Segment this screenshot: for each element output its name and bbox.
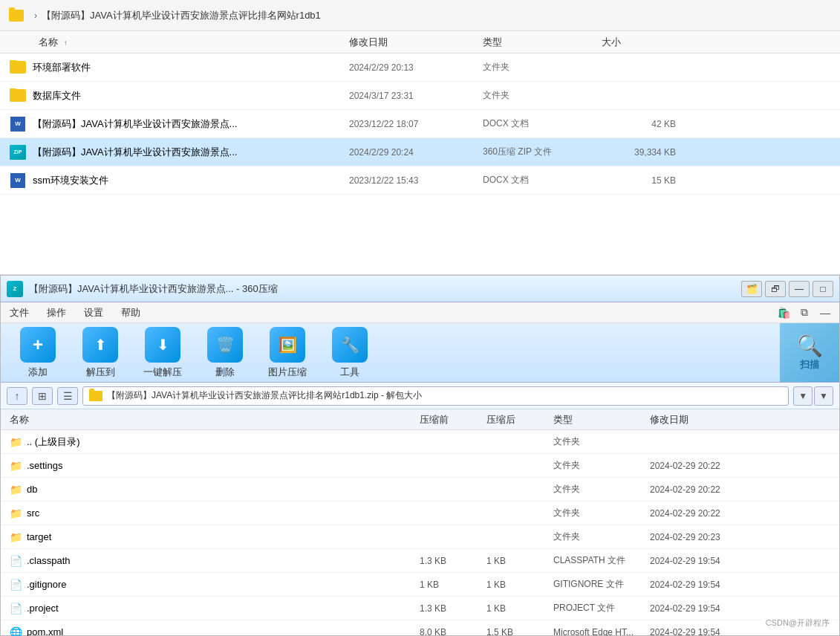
zip-file-type: GITIGNORE 文件 (553, 578, 650, 591)
col-header-name[interactable]: 名称 ↑ (0, 36, 349, 49)
zcol-header-uncompressed[interactable]: 压缩后 (486, 413, 553, 426)
list-item[interactable]: 📁 db 文件夹 2024-02-29 20:22 (1, 478, 839, 502)
menu-help[interactable]: 帮助 (118, 306, 143, 319)
table-row[interactable]: 环境部署软件 2024/2/29 20:13 文件夹 (0, 53, 840, 82)
delete-label: 删除 (215, 366, 235, 379)
window-icon-btn[interactable]: 🗂️ (741, 281, 762, 297)
docx-icon: W (10, 173, 25, 188)
zip-window-title: 【附源码】JAVA计算机毕业设计西安旅游景点... - 360压缩 (29, 282, 735, 296)
table-row[interactable]: W ssm环境安装文件 2023/12/22 15:43 DOCX 文档 15 … (0, 166, 840, 195)
zip-file-date: 2024-02-29 19:54 (650, 556, 784, 566)
col-header-size[interactable]: 大小 (602, 36, 691, 49)
file-date: 2023/12/22 15:43 (349, 175, 483, 186)
menu-icon-group: 🛍️ ⧉ — (775, 305, 833, 321)
zip-app-icon: Z (7, 281, 23, 297)
imgcompress-icon: 🖼️ (270, 327, 305, 363)
toolbar-scan-btn[interactable]: 🔍 扫描 (780, 323, 839, 382)
toolbar-oneclick-btn[interactable]: ⬇ 一键解压 (140, 327, 185, 379)
file-type: DOCX 文档 (483, 117, 602, 130)
file-list: 环境部署软件 2024/2/29 20:13 文件夹 数据库文件 2024/3/… (0, 53, 840, 195)
zip-file-date: 2024-02-29 19:54 (650, 580, 784, 590)
add-label: 添加 (28, 366, 48, 379)
window-close-btn[interactable]: □ (813, 281, 833, 297)
file-icon: 📄 (10, 603, 22, 614)
zip-file-type: 文件夹 (553, 459, 650, 472)
zip-file-name: db (27, 484, 37, 495)
menu-operation[interactable]: 操作 (44, 306, 69, 319)
folder-icon (10, 89, 26, 102)
file-icon: 📄 (10, 555, 22, 567)
toolbar-extract-btn[interactable]: ⬆ 解压到 (78, 327, 123, 379)
file-size: 42 KB (602, 119, 691, 129)
zip-file-type: Microsoft Edge HT... (553, 627, 650, 637)
file-name: 环境部署软件 (33, 61, 91, 74)
zip-titlebar: Z 【附源码】JAVA计算机毕业设计西安旅游景点... - 360压缩 🗂️ 🗗… (1, 276, 839, 302)
path-expand-btn[interactable]: ▼ (814, 386, 833, 406)
zcol-header-date[interactable]: 修改日期 (650, 413, 784, 426)
breadcrumb-bar[interactable]: › 【附源码】JAVA计算机毕业设计西安旅游景点评比排名网站r1db1 (0, 0, 840, 31)
file-type: 360压缩 ZIP 文件 (483, 146, 602, 158)
list-item[interactable]: 🌐 pom.xml 8.0 KB 1.5 KB Microsoft Edge H… (1, 620, 839, 636)
zip-file-name: src (27, 507, 39, 519)
list-item[interactable]: 📁 src 文件夹 2024-02-29 20:22 (1, 502, 839, 525)
list-item[interactable]: 📄 .project 1.3 KB 1 KB PROJECT 文件 2024-0… (1, 597, 839, 620)
list-item[interactable]: 📄 .classpath 1.3 KB 1 KB CLASSPATH 文件 20… (1, 549, 839, 573)
window-dash-btn[interactable]: — (789, 281, 810, 297)
path-grid-btn[interactable]: ⊞ (32, 387, 53, 405)
zip-window: Z 【附源码】JAVA计算机毕业设计西安旅游景点... - 360压缩 🗂️ 🗗… (0, 275, 840, 636)
window-restore-btn[interactable]: 🗗 (765, 281, 786, 297)
file-date: 2023/12/22 18:07 (349, 119, 483, 129)
file-name: ssm环境安装文件 (33, 174, 108, 187)
list-item[interactable]: 📁 .settings 文件夹 2024-02-29 20:22 (1, 454, 839, 478)
zip-file-type: 文件夹 (553, 435, 650, 448)
file-size: 15 KB (602, 175, 691, 186)
list-item[interactable]: 📄 .gitignore 1 KB 1 KB GITIGNORE 文件 2024… (1, 573, 839, 597)
oneclick-icon: ⬇ (145, 327, 180, 363)
path-input[interactable]: 【附源码】JAVA计算机毕业设计西安旅游景点评比排名网站r1db1.zip - … (82, 386, 789, 406)
table-row[interactable]: W 【附源码】JAVA计算机毕业设计西安旅游景点... 2023/12/22 1… (0, 110, 840, 138)
file-name: 【附源码】JAVA计算机毕业设计西安旅游景点... (33, 146, 237, 159)
toolbar-add-btn[interactable]: + 添加 (16, 327, 60, 379)
zcol-header-type[interactable]: 类型 (553, 413, 650, 426)
breadcrumb-folder-icon (9, 10, 24, 22)
table-row[interactable]: ZIP 【附源码】JAVA计算机毕业设计西安旅游景点... 2024/2/29 … (0, 138, 840, 166)
col-header-type[interactable]: 类型 (483, 36, 602, 49)
file-date: 2024/2/29 20:24 (349, 147, 483, 158)
zip-file-name: .classpath (27, 555, 71, 566)
folder-icon: 📁 (10, 436, 22, 448)
toolbar-tools-btn[interactable]: 🔧 工具 (328, 327, 372, 379)
menu-file[interactable]: 文件 (7, 306, 32, 319)
menu-settings[interactable]: 设置 (81, 306, 106, 319)
file-size: 39,334 KB (602, 147, 691, 158)
zip-file-name: .. (上级目录) (27, 435, 80, 449)
zip-file-list: 📁 .. (上级目录) 文件夹 📁 .settings 文件夹 2024-02-… (1, 430, 839, 636)
toolbar-imgcompress-btn[interactable]: 🖼️ 图片压缩 (265, 327, 310, 379)
col-header-date[interactable]: 修改日期 (349, 36, 483, 49)
menu-icon-copy[interactable]: ⧉ (796, 305, 813, 321)
imgcompress-label: 图片压缩 (268, 366, 307, 379)
path-up-btn[interactable]: ↑ (7, 387, 27, 405)
path-list-btn[interactable]: ☰ (57, 387, 78, 405)
table-row[interactable]: 数据库文件 2024/3/17 23:31 文件夹 (0, 82, 840, 110)
zip-file-date: 2024-02-29 20:22 (650, 484, 784, 495)
list-item[interactable]: 📁 .. (上级目录) 文件夹 (1, 430, 839, 454)
zip-file-name: target (27, 531, 51, 542)
zip-menubar: 文件 操作 设置 帮助 🛍️ ⧉ — (1, 302, 839, 323)
menu-icon-minus[interactable]: — (817, 305, 833, 321)
path-v-btn[interactable]: ▼ (793, 386, 813, 406)
sort-arrow: ↑ (64, 39, 68, 47)
zip-icon: ZIP (10, 145, 26, 160)
delete-icon: 🗑️ (207, 327, 243, 363)
zcol-header-name[interactable]: 名称 (4, 413, 420, 426)
toolbar-delete-btn[interactable]: 🗑️ 删除 (203, 327, 247, 379)
zip-file-type: CLASSPATH 文件 (553, 554, 650, 567)
edge-icon: 🌐 (10, 626, 22, 637)
add-icon: + (20, 327, 56, 363)
zcol-header-compressed[interactable]: 压缩前 (420, 413, 486, 426)
extract-icon: ⬆ (82, 327, 118, 363)
zip-file-name: .gitignore (27, 579, 66, 590)
zip-pathbar: ↑ ⊞ ☰ 【附源码】JAVA计算机毕业设计西安旅游景点评比排名网站r1db1.… (1, 383, 839, 409)
list-item[interactable]: 📁 target 文件夹 2024-02-29 20:23 (1, 525, 839, 549)
menu-icon-bag[interactable]: 🛍️ (775, 305, 792, 321)
breadcrumb-text: 【附源码】JAVA计算机毕业设计西安旅游景点评比排名网站r1db1 (42, 9, 321, 22)
